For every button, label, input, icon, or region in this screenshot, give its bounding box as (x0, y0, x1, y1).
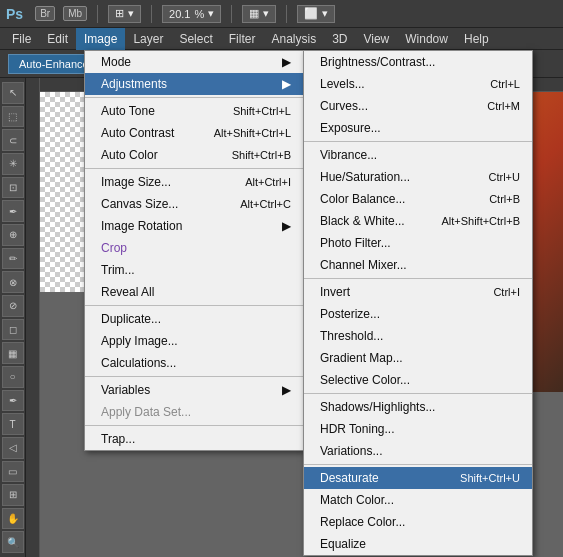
image-menu-duplicate[interactable]: Duplicate... (85, 308, 303, 330)
menu-view[interactable]: View (355, 28, 397, 50)
image-menu-variables[interactable]: Variables ▶ (85, 379, 303, 401)
zoom-value: 20.1 (169, 8, 190, 20)
image-menu-crop[interactable]: Crop (85, 237, 303, 259)
adj-variations[interactable]: Variations... (304, 440, 532, 462)
layout-icon: ▦ (249, 7, 259, 20)
image-menu-adjustments[interactable]: Adjustments ▶ (85, 73, 303, 95)
tool-path[interactable]: ◁ (2, 437, 24, 459)
tool-dodge[interactable]: ○ (2, 366, 24, 388)
menu-edit[interactable]: Edit (39, 28, 76, 50)
menu-layer[interactable]: Layer (125, 28, 171, 50)
image-menu-image-rotation[interactable]: Image Rotation ▶ (85, 215, 303, 237)
adj-desaturate[interactable]: Desaturate Shift+Ctrl+U (304, 467, 532, 489)
adj-photo-filter[interactable]: Photo Filter... (304, 232, 532, 254)
adj-threshold[interactable]: Threshold... (304, 325, 532, 347)
br-icon[interactable]: Br (35, 6, 55, 21)
left-toolbar: ↖ ⬚ ⊂ ✳ ⊡ ✒ ⊕ ✏ ⊗ ⊘ ◻ ▦ ○ ✒ T ◁ ▭ ⊞ ✋ 🔍 (0, 78, 26, 557)
tool-heal[interactable]: ⊕ (2, 224, 24, 246)
image-menu-auto-color[interactable]: Auto Color Shift+Ctrl+B (85, 144, 303, 166)
adj-channel-mixer[interactable]: Channel Mixer... (304, 254, 532, 276)
adj-hue-saturation[interactable]: Hue/Saturation... Ctrl+U (304, 166, 532, 188)
adj-hdr-toning[interactable]: HDR Toning... (304, 418, 532, 440)
adj-shadows-highlights[interactable]: Shadows/Highlights... (304, 396, 532, 418)
image-menu-apply-image[interactable]: Apply Image... (85, 330, 303, 352)
tool-eyedropper[interactable]: ✒ (2, 200, 24, 222)
image-menu-trim[interactable]: Trim... (85, 259, 303, 281)
adj-levels[interactable]: Levels... Ctrl+L (304, 73, 532, 95)
menu-help[interactable]: Help (456, 28, 497, 50)
menu-3d[interactable]: 3D (324, 28, 355, 50)
adj-replace-color[interactable]: Replace Color... (304, 511, 532, 533)
tool-zoom[interactable]: 🔍 (2, 531, 24, 553)
tool-magic-wand[interactable]: ✳ (2, 153, 24, 175)
screen-arrow: ▾ (322, 7, 328, 20)
separator (151, 5, 152, 23)
image-menu-apply-data-set[interactable]: Apply Data Set... (85, 401, 303, 423)
tool-history[interactable]: ⊘ (2, 295, 24, 317)
image-menu-auto-tone[interactable]: Auto Tone Shift+Ctrl+L (85, 100, 303, 122)
image-menu: Mode ▶ Adjustments ▶ Auto Tone Shift+Ctr… (84, 50, 304, 451)
tool-eraser[interactable]: ◻ (2, 319, 24, 341)
layout-arrow: ▾ (263, 7, 269, 20)
adj-separator-4 (304, 464, 532, 465)
adj-separator-1 (304, 141, 532, 142)
adj-match-color[interactable]: Match Color... (304, 489, 532, 511)
adj-gradient-map[interactable]: Gradient Map... (304, 347, 532, 369)
menu-file[interactable]: File (4, 28, 39, 50)
separator-3 (85, 305, 303, 306)
image-menu-mode[interactable]: Mode ▶ (85, 51, 303, 73)
screen-icon: ⬜ (304, 7, 318, 20)
adj-selective-color[interactable]: Selective Color... (304, 369, 532, 391)
image-menu-trap[interactable]: Trap... (85, 428, 303, 450)
adj-equalize[interactable]: Equalize (304, 533, 532, 555)
adj-black-white[interactable]: Black & White... Alt+Shift+Ctrl+B (304, 210, 532, 232)
tool-icon: ⊞ (115, 7, 124, 20)
separator-4 (85, 376, 303, 377)
tool-gradient[interactable]: ▦ (2, 342, 24, 364)
image-menu-image-size[interactable]: Image Size... Alt+Ctrl+I (85, 171, 303, 193)
tool-selector[interactable]: ⊞ ▾ (108, 5, 141, 23)
image-menu-auto-contrast[interactable]: Auto Contrast Alt+Shift+Ctrl+L (85, 122, 303, 144)
tool-clone[interactable]: ⊗ (2, 271, 24, 293)
image-menu-canvas-size[interactable]: Canvas Size... Alt+Ctrl+C (85, 193, 303, 215)
tool-marquee[interactable]: ⬚ (2, 106, 24, 128)
menu-window[interactable]: Window (397, 28, 456, 50)
top-bar: Ps Br Mb ⊞ ▾ 20.1 % ▾ ▦ ▾ ⬜ ▾ (0, 0, 563, 28)
menu-filter[interactable]: Filter (221, 28, 264, 50)
mb-icon[interactable]: Mb (63, 6, 87, 21)
tool-lasso[interactable]: ⊂ (2, 129, 24, 151)
zoom-arrow: ▾ (208, 7, 214, 20)
separator (231, 5, 232, 23)
tool-pen[interactable]: ✒ (2, 390, 24, 412)
adj-brightness-contrast[interactable]: Brightness/Contrast... (304, 51, 532, 73)
adj-curves[interactable]: Curves... Ctrl+M (304, 95, 532, 117)
separator-1 (85, 97, 303, 98)
adj-exposure[interactable]: Exposure... (304, 117, 532, 139)
adj-color-balance[interactable]: Color Balance... Ctrl+B (304, 188, 532, 210)
tool-hand[interactable]: ✋ (2, 508, 24, 530)
menu-select[interactable]: Select (171, 28, 220, 50)
ps-logo: Ps (6, 6, 23, 22)
image-menu-reveal-all[interactable]: Reveal All (85, 281, 303, 303)
separator (97, 5, 98, 23)
screen-mode-selector[interactable]: ⬜ ▾ (297, 5, 335, 23)
adj-posterize[interactable]: Posterize... (304, 303, 532, 325)
adj-separator-2 (304, 278, 532, 279)
ruler-vertical (26, 78, 40, 557)
menu-image[interactable]: Image (76, 28, 125, 50)
tool-move[interactable]: ↖ (2, 82, 24, 104)
tool-brush[interactable]: ✏ (2, 248, 24, 270)
adj-separator-3 (304, 393, 532, 394)
tool-crop[interactable]: ⊡ (2, 177, 24, 199)
layout-selector[interactable]: ▦ ▾ (242, 5, 276, 23)
adj-invert[interactable]: Invert Ctrl+I (304, 281, 532, 303)
tool-shape[interactable]: ▭ (2, 461, 24, 483)
adj-vibrance[interactable]: Vibrance... (304, 144, 532, 166)
zoom-selector[interactable]: 20.1 % ▾ (162, 5, 221, 23)
image-menu-calculations[interactable]: Calculations... (85, 352, 303, 374)
tool-text[interactable]: T (2, 413, 24, 435)
tool-3d[interactable]: ⊞ (2, 484, 24, 506)
menu-analysis[interactable]: Analysis (263, 28, 324, 50)
zoom-unit: % (194, 8, 204, 20)
separator-5 (85, 425, 303, 426)
